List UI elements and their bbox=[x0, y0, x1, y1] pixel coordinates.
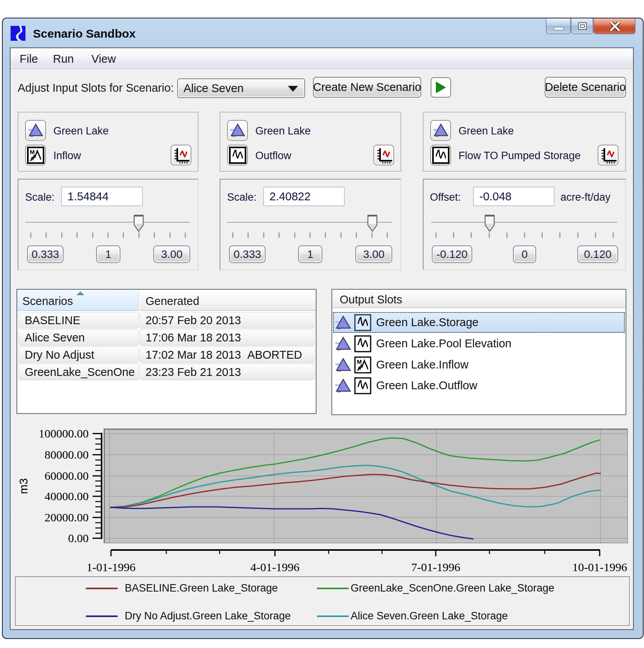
svg-text:100000.00: 100000.00 bbox=[39, 427, 89, 440]
svg-text:4-01-1996: 4-01-1996 bbox=[251, 561, 300, 574]
svg-text:1-01-1996: 1-01-1996 bbox=[87, 561, 136, 574]
svg-text:m3: m3 bbox=[17, 478, 30, 494]
svg-text:7-01-1996: 7-01-1996 bbox=[411, 561, 460, 574]
svg-text:10-01-1996: 10-01-1996 bbox=[572, 561, 627, 574]
svg-text:20000.00: 20000.00 bbox=[45, 511, 89, 524]
svg-text:80000.00: 80000.00 bbox=[45, 448, 89, 461]
svg-text:0.00: 0.00 bbox=[68, 532, 89, 545]
svg-text:40000.00: 40000.00 bbox=[45, 490, 89, 503]
svg-text:60000.00: 60000.00 bbox=[45, 469, 89, 482]
